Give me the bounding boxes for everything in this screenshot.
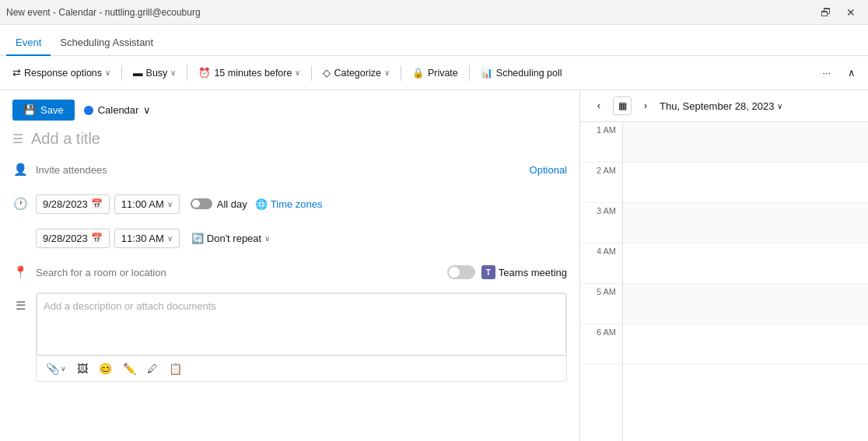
scheduling-poll-button[interactable]: 📊 Scheduling poll (474, 64, 569, 82)
response-chevron-icon: ∨ (105, 68, 110, 77)
attach-button[interactable]: 📎 ∨ (43, 361, 69, 376)
categorize-chevron-icon: ∨ (384, 68, 390, 77)
window-controls: 🗗 ✕ (815, 2, 862, 23)
toolbar-collapse-button[interactable]: ∧ (842, 64, 862, 82)
event-slot-4[interactable] (623, 243, 868, 284)
event-column[interactable] (623, 122, 868, 441)
divider-1 (121, 65, 122, 81)
restore-button[interactable]: 🗗 (815, 2, 837, 23)
location-icon: 📍 (12, 265, 28, 279)
draw-button[interactable]: ✏️ (120, 361, 139, 376)
optional-button[interactable]: Optional (530, 164, 567, 176)
private-button[interactable]: 🔒 Private (406, 64, 464, 82)
description-area[interactable]: Add a description or attach documents (37, 293, 566, 355)
location-input[interactable] (36, 267, 439, 278)
attendees-icon: 👤 (12, 163, 28, 177)
response-options-button[interactable]: ⇄ Response options ∨ (6, 64, 117, 82)
description-row: ☰ Add a description or attach documents … (12, 292, 567, 382)
date-dropdown-icon: ∨ (777, 102, 782, 110)
forms-button[interactable]: 📋 (166, 361, 185, 376)
calendar-body: 1 AM 2 AM 3 AM 4 AM 5 AM 6 AM (580, 122, 868, 441)
draw-icon: ✏️ (123, 362, 136, 375)
divider-5 (469, 65, 470, 81)
left-panel: 💾 Save Calendar ∨ ☰ 👤 Optional 🕐 (0, 90, 580, 441)
event-slot-6[interactable] (623, 324, 868, 365)
close-button[interactable]: ✕ (840, 2, 862, 23)
save-area: 💾 Save Calendar ∨ (12, 100, 567, 121)
repeat-dropdown[interactable]: 🔄 Don't repeat ∨ (184, 229, 277, 248)
description-toolbar: 📎 ∨ 🖼 😊 ✏️ 🖊 � (37, 355, 566, 381)
reminder-chevron-icon: ∨ (295, 68, 300, 77)
tab-bar: Event Scheduling Assistant (0, 25, 868, 56)
divider-4 (401, 65, 401, 81)
busy-button[interactable]: ▬ Busy ∨ (127, 65, 182, 82)
collapse-icon: ∧ (848, 67, 856, 79)
calendar-view-button[interactable]: ▦ (613, 96, 632, 115)
title-bar: New event - Calendar - nuttling.grill@ec… (0, 0, 868, 25)
start-date-calendar-icon: 📅 (91, 198, 103, 209)
calendar-chevron-icon: ∨ (143, 104, 151, 116)
start-time-field[interactable]: 11:00 AM ∨ (114, 194, 180, 214)
window-title: New event - Calendar - nuttling.grill@ec… (6, 7, 201, 18)
event-title-input[interactable] (31, 130, 567, 148)
start-date-field[interactable]: 9/28/2023 📅 (36, 194, 110, 214)
timezone-button[interactable]: 🌐 Time zones (255, 198, 323, 210)
teams-toggle-area: T Teams meeting (447, 265, 567, 279)
signature-icon: 🖊 (147, 362, 158, 375)
save-button[interactable]: 💾 Save (12, 100, 75, 121)
end-date-field[interactable]: 9/28/2023 📅 (36, 229, 110, 248)
image-button[interactable]: 🖼 (74, 361, 91, 376)
busy-icon: ▬ (133, 68, 143, 79)
calendar-dot-icon (84, 106, 93, 115)
end-datetime-controls: 9/28/2023 📅 11:30 AM ∨ 🔄 Don't repeat ∨ (36, 229, 567, 248)
categorize-button[interactable]: ◇ Categorize ∨ (317, 64, 395, 82)
repeat-icon: 🔄 (191, 233, 204, 244)
right-panel: ‹ ▦ › Thu, September 28, 2023 ∨ 1 AM 2 A… (580, 90, 868, 441)
attach-chevron-icon: ∨ (61, 365, 66, 373)
attendees-row: 👤 Optional (12, 156, 567, 184)
allday-toggle[interactable] (191, 198, 212, 209)
teams-meeting-toggle[interactable] (447, 265, 475, 279)
more-options-button[interactable]: ··· (817, 65, 837, 82)
event-slot-3[interactable] (623, 203, 868, 243)
divider-3 (311, 65, 312, 81)
paperclip-icon: 📎 (46, 362, 59, 375)
tab-scheduling-assistant[interactable]: Scheduling Assistant (51, 30, 163, 56)
end-time-field[interactable]: 11:30 AM ∨ (114, 229, 180, 248)
event-slot-5[interactable] (623, 284, 868, 324)
save-disk-icon: 💾 (23, 104, 36, 116)
busy-chevron-icon: ∨ (170, 68, 176, 77)
divider-2 (187, 65, 187, 81)
description-icon: ☰ (12, 299, 28, 313)
signature-button[interactable]: 🖊 (144, 361, 161, 376)
attendees-input[interactable] (36, 164, 522, 176)
toolbar: ⇄ Response options ∨ ▬ Busy ∨ ⏰ 15 minut… (0, 56, 868, 90)
calendar-prev-button[interactable]: ‹ (590, 96, 608, 115)
end-date-calendar-icon: 📅 (91, 233, 103, 243)
reminder-button[interactable]: ⏰ 15 minutes before ∨ (192, 64, 306, 82)
time-slot-3am: 3 AM (580, 203, 622, 243)
end-datetime-row: 9/28/2023 📅 11:30 AM ∨ 🔄 Don't repeat ∨ (12, 224, 567, 252)
poll-icon: 📊 (481, 67, 493, 79)
forms-icon: 📋 (169, 362, 182, 375)
allday-toggle-area: All day (191, 198, 247, 210)
time-column: 1 AM 2 AM 3 AM 4 AM 5 AM 6 AM (580, 122, 623, 441)
time-slot-4am: 4 AM (580, 243, 622, 284)
event-slot-1[interactable] (623, 122, 868, 163)
teams-label[interactable]: T Teams meeting (481, 265, 567, 279)
tab-event[interactable]: Event (6, 30, 51, 56)
calendar-selector[interactable]: Calendar ∨ (84, 104, 152, 116)
start-datetime-controls: 9/28/2023 📅 11:00 AM ∨ All day 🌐 Time zo… (36, 194, 567, 214)
description-wrapper: Add a description or attach documents 📎 … (36, 292, 567, 382)
start-datetime-row: 🕐 9/28/2023 📅 11:00 AM ∨ All day 🌐 Time … (12, 190, 567, 218)
title-row: ☰ (12, 130, 567, 148)
end-time-chevron-icon: ∨ (167, 234, 173, 243)
event-slot-2[interactable] (623, 163, 868, 203)
clock-icon: ⏰ (198, 67, 211, 79)
lock-icon: 🔒 (412, 67, 425, 79)
calendar-next-button[interactable]: › (636, 96, 655, 115)
start-time-chevron-icon: ∨ (167, 200, 173, 208)
emoji-button[interactable]: 😊 (96, 361, 115, 376)
main-layout: 💾 Save Calendar ∨ ☰ 👤 Optional 🕐 (0, 90, 868, 441)
calendar-date-title[interactable]: Thu, September 28, 2023 ∨ (660, 100, 859, 112)
